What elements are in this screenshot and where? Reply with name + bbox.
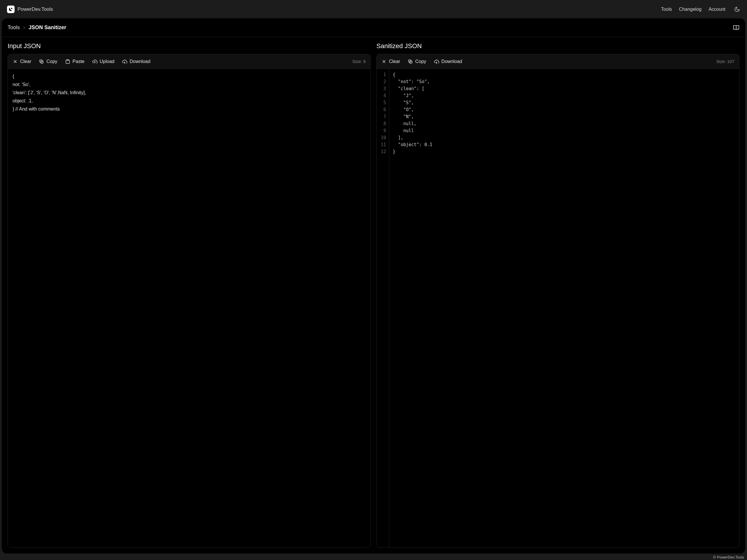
input-pane: Input JSON Clear Copy Paste	[7, 42, 370, 548]
label: Clear	[20, 59, 31, 64]
book-open-icon	[733, 25, 740, 31]
line-number: 2	[381, 78, 386, 85]
input-copy-button[interactable]: Copy	[39, 59, 57, 64]
page-card: Tools JSON Sanitizer Input JSON Clear	[2, 18, 745, 554]
output-title: Sanitized JSON	[377, 42, 740, 50]
output-toolbar: Clear Copy Download Size: 107	[377, 54, 739, 69]
docs-button[interactable]	[733, 25, 740, 31]
input-paste-button[interactable]: Paste	[65, 59, 85, 64]
copy-icon	[408, 59, 413, 64]
copy-icon	[39, 59, 44, 64]
theme-toggle-button[interactable]	[734, 6, 740, 12]
line-number: 4	[381, 92, 386, 99]
input-textarea[interactable]	[8, 69, 370, 548]
label: Paste	[73, 59, 85, 64]
moon-icon	[734, 6, 740, 12]
output-download-button[interactable]: Download	[434, 59, 462, 64]
label: Copy	[46, 59, 57, 64]
code-line: "clean": [	[393, 85, 432, 92]
line-number: 7	[381, 113, 386, 120]
input-clear-button[interactable]: Clear	[12, 59, 31, 64]
nav-tools[interactable]: Tools	[661, 7, 672, 12]
cloud-upload-icon	[92, 59, 98, 64]
output-pane: Sanitized JSON Clear Copy Download	[377, 42, 740, 548]
line-number: 8	[381, 120, 386, 127]
input-body: Clear Copy Paste Upload	[7, 54, 370, 548]
input-title: Input JSON	[7, 42, 370, 50]
code-line: "object": 0.1	[393, 141, 432, 148]
line-number: 9	[381, 127, 386, 134]
line-number: 5	[381, 99, 386, 106]
brand-name: PowerDev.Tools	[18, 6, 53, 12]
breadcrumb-current: JSON Sanitizer	[29, 25, 66, 31]
cloud-download-icon	[122, 59, 127, 64]
brand-logo-icon	[7, 5, 15, 13]
code-line: "S",	[393, 99, 432, 106]
label: Upload	[100, 59, 115, 64]
output-body: Clear Copy Download Size: 107 1234567891…	[377, 54, 740, 548]
code-line: "O",	[393, 106, 432, 113]
footer-copyright: © PowerDev.Tools	[713, 555, 744, 559]
label: Download	[441, 59, 462, 64]
input-size-label: Size: 9	[352, 59, 366, 64]
split-panes: Input JSON Clear Copy Paste	[2, 37, 745, 554]
code-line: "not": "So",	[393, 78, 432, 85]
input-toolbar: Clear Copy Paste Upload	[8, 54, 370, 69]
label: Clear	[389, 59, 400, 64]
x-icon	[12, 59, 18, 64]
line-number: 10	[381, 134, 386, 141]
brand[interactable]: PowerDev.Tools	[7, 5, 53, 13]
chevron-right-icon	[22, 26, 26, 30]
line-number: 3	[381, 85, 386, 92]
line-number: 12	[381, 148, 386, 155]
code-line: ],	[393, 134, 432, 141]
code-line: "J",	[393, 92, 432, 99]
svg-point-0	[11, 7, 12, 9]
code-line: null	[393, 127, 432, 134]
line-gutter: 123456789101112	[377, 69, 389, 548]
label: Download	[130, 59, 150, 64]
clipboard-icon	[65, 59, 70, 64]
input-download-button[interactable]: Download	[122, 59, 150, 64]
code-lines: { "not": "So", "clean": [ "J", "S", "O",…	[389, 69, 432, 548]
nav-links: Tools Changelog Account	[661, 6, 740, 12]
output-clear-button[interactable]: Clear	[381, 59, 400, 64]
breadcrumb-root[interactable]: Tools	[7, 25, 20, 31]
nav-changelog[interactable]: Changelog	[679, 7, 701, 12]
output-code-view[interactable]: 123456789101112 { "not": "So", "clean": …	[377, 69, 739, 548]
code-line: null,	[393, 120, 432, 127]
output-copy-button[interactable]: Copy	[408, 59, 426, 64]
top-nav: PowerDev.Tools Tools Changelog Account	[0, 0, 747, 18]
cloud-download-icon	[434, 59, 439, 64]
code-line: "N",	[393, 113, 432, 120]
line-number: 6	[381, 106, 386, 113]
svg-rect-5	[67, 59, 69, 60]
output-size-label: Size: 107	[716, 59, 735, 64]
code-line: }	[393, 148, 432, 155]
x-icon	[381, 59, 387, 64]
breadcrumb-row: Tools JSON Sanitizer	[2, 18, 745, 37]
nav-account[interactable]: Account	[709, 7, 725, 12]
label: Copy	[415, 59, 426, 64]
code-line: {	[393, 71, 432, 78]
input-upload-button[interactable]: Upload	[92, 59, 115, 64]
line-number: 1	[381, 71, 386, 78]
line-number: 11	[381, 141, 386, 148]
